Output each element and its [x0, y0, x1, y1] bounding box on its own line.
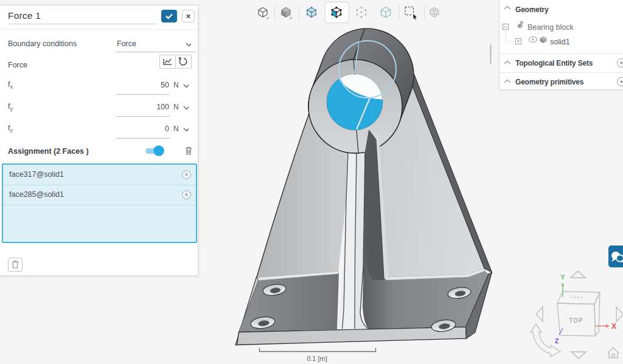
svg-text:0.1 [m]: 0.1 [m] [307, 355, 327, 362]
svg-text:Y: Y [560, 273, 565, 281]
svg-text:Z: Z [555, 337, 559, 345]
svg-text:TOP: TOP [569, 317, 583, 324]
svg-text:X: X [611, 322, 616, 331]
